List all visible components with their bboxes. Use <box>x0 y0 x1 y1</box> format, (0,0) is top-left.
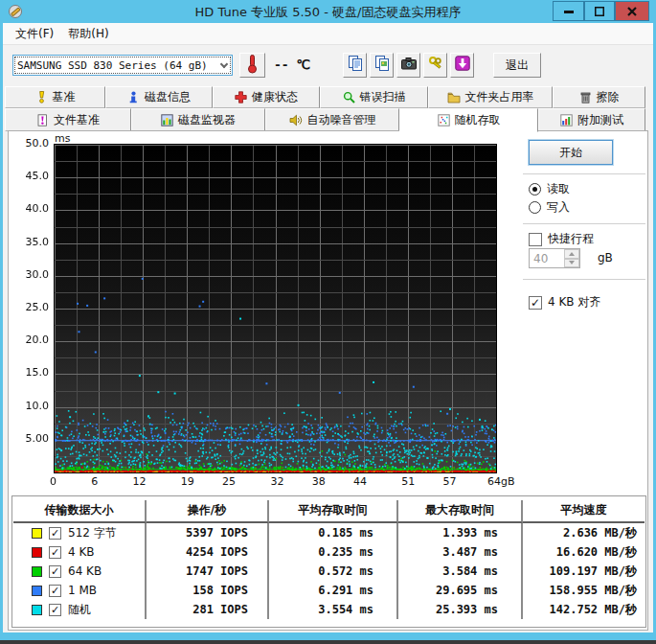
drive-select[interactable]: SAMSUNG SSD 830 Series (64 gB) <box>12 55 233 76</box>
table-row-label-cell: ✓1 MB <box>13 581 147 600</box>
copy-image-button[interactable] <box>370 53 394 78</box>
short-stroke-label: 快捷行程 <box>548 231 594 247</box>
short-stroke-size-stepper[interactable]: 40 <box>529 248 580 268</box>
x-tick-label: 19 <box>181 475 194 488</box>
copy-text-button[interactable] <box>343 53 367 78</box>
y-tick-label: 30.0 <box>9 268 49 281</box>
temperature-button[interactable] <box>239 53 265 78</box>
extra-icon <box>560 114 573 126</box>
random-access-panel: ms 50.045.040.035.030.025.020.015.010.05… <box>8 130 648 631</box>
table-header: 最大存取时间 <box>398 500 523 523</box>
read-radio-label: 读取 <box>547 181 570 197</box>
scan-icon <box>343 91 355 104</box>
erase-icon <box>579 91 592 104</box>
menu-item[interactable]: 文件(F) <box>12 23 65 45</box>
x-tick-label: 32 <box>271 475 284 488</box>
tab-label: 健康状态 <box>252 89 298 105</box>
aam-icon <box>289 114 303 126</box>
results-table: 传输数据大小操作/秒平均存取时间最大存取时间平均速度✓512 字节5397 IO… <box>11 495 646 628</box>
tab-row-1: 基准磁盘信息健康状态错误扫描文件夹占用率擦除 <box>5 86 651 108</box>
exit-button[interactable]: 退出 <box>493 53 541 78</box>
tab-自动噪音管理[interactable]: 自动噪音管理 <box>265 108 399 131</box>
screenshot-button[interactable] <box>396 53 420 78</box>
stepper-down-button[interactable] <box>564 259 579 268</box>
tab-label: 文件夹占用率 <box>465 89 534 105</box>
y-tick-label: 20.0 <box>9 334 49 346</box>
tab-label: 错误扫描 <box>360 89 406 105</box>
stepper-up-button[interactable] <box>564 249 579 259</box>
menu-item[interactable]: 帮助(H) <box>65 23 120 45</box>
table-cell-iops: 158 IOPS <box>147 581 269 600</box>
tab-磁盘信息[interactable]: 磁盘信息 <box>105 86 213 108</box>
screenshot-icon <box>401 56 417 75</box>
table-cell-speed: 109.197 MB/秒 <box>523 562 645 581</box>
close-button[interactable] <box>615 1 649 21</box>
separator <box>523 279 645 280</box>
tab-擦除[interactable]: 擦除 <box>553 86 645 108</box>
series-label: 1 MB <box>68 584 97 597</box>
table-cell-max: 29.695 ms <box>398 581 523 600</box>
menu-bar: 文件(F)帮助(H) <box>3 23 653 45</box>
tab-基准[interactable]: 基准 <box>5 86 105 108</box>
stepper-unit-label: gB <box>598 251 613 264</box>
folder-icon <box>447 91 461 104</box>
series-label: 512 字节 <box>68 525 117 541</box>
update-icon <box>455 56 470 75</box>
table-row-label-cell: ✓随机 <box>13 600 147 619</box>
tab-文件基准[interactable]: 文件基准 <box>5 108 131 131</box>
series-checkbox[interactable]: ✓ <box>49 527 61 540</box>
write-radio[interactable]: 写入 <box>529 199 570 216</box>
start-button[interactable]: 开始 <box>529 140 613 165</box>
table-cell-max: 1.393 ms <box>398 523 523 542</box>
maximize-button[interactable] <box>584 1 615 21</box>
table-cell-iops: 5397 IOPS <box>147 523 269 542</box>
toolbar: SAMSUNG SSD 830 Series (64 gB) -- ℃ 退出 <box>3 45 653 86</box>
update-button[interactable] <box>450 53 474 78</box>
stepper-value: 40 <box>530 249 564 267</box>
table-cell-speed: 16.620 MB/秒 <box>523 542 645 562</box>
align-checkbox[interactable]: ✓ 4 KB 对齐 <box>529 294 600 310</box>
drive-select-value: SAMSUNG SSD 830 Series (64 gB) <box>13 59 216 72</box>
tab-错误扫描[interactable]: 错误扫描 <box>320 86 428 108</box>
table-row-label-cell: ✓512 字节 <box>13 523 147 542</box>
minimize-button[interactable] <box>553 1 584 21</box>
series-checkbox[interactable]: ✓ <box>49 585 61 597</box>
short-stroke-checkbox[interactable]: 快捷行程 <box>529 231 594 247</box>
app-window: HD Tune 专业版 5.50 - 硬盘/固态硬盘实用程序 文件(F)帮助(H… <box>0 0 656 644</box>
tab-文件夹占用率[interactable]: 文件夹占用率 <box>428 86 553 108</box>
table-header: 平均速度 <box>523 500 645 523</box>
radio-unselected-icon <box>529 201 541 214</box>
x-tick-label: 44 <box>353 475 367 488</box>
options-icon <box>428 56 443 75</box>
series-label: 4 KB <box>68 545 95 559</box>
tab-label: 基准 <box>53 89 76 105</box>
series-color-swatch <box>32 605 42 615</box>
table-cell-avg: 0.185 ms <box>269 523 398 542</box>
y-tick-label: 35.0 <box>9 236 49 248</box>
align-checkbox-label: 4 KB 对齐 <box>548 294 600 310</box>
tab-附加测试[interactable]: 附加测试 <box>538 108 645 131</box>
info-icon <box>127 91 140 104</box>
read-radio[interactable]: 读取 <box>529 181 570 197</box>
separator <box>523 223 645 224</box>
write-radio-label: 写入 <box>547 199 570 216</box>
filebench-icon <box>36 114 49 126</box>
series-checkbox[interactable]: ✓ <box>49 604 61 616</box>
table-cell-speed: 142.752 MB/秒 <box>523 600 645 619</box>
tab-随机存取[interactable]: 随机存取 <box>399 108 538 132</box>
tab-label: 文件基准 <box>54 112 100 128</box>
series-checkbox[interactable]: ✓ <box>49 546 61 559</box>
series-checkbox[interactable]: ✓ <box>49 565 61 578</box>
table-row-label-cell: ✓64 KB <box>13 562 147 581</box>
options-button[interactable] <box>423 53 447 78</box>
copy-text-icon <box>348 56 363 75</box>
table-header: 平均存取时间 <box>269 500 398 523</box>
tab-健康状态[interactable]: 健康状态 <box>213 86 320 108</box>
tab-磁盘监视器[interactable]: 磁盘监视器 <box>131 108 265 131</box>
chevron-down-icon[interactable] <box>216 56 232 75</box>
table-cell-max: 3.584 ms <box>398 562 523 581</box>
table-cell-avg: 0.572 ms <box>269 562 398 581</box>
y-tick-label: 15.0 <box>9 366 49 379</box>
thermometer-icon <box>245 54 260 78</box>
table-cell-iops: 4254 IOPS <box>147 542 269 562</box>
